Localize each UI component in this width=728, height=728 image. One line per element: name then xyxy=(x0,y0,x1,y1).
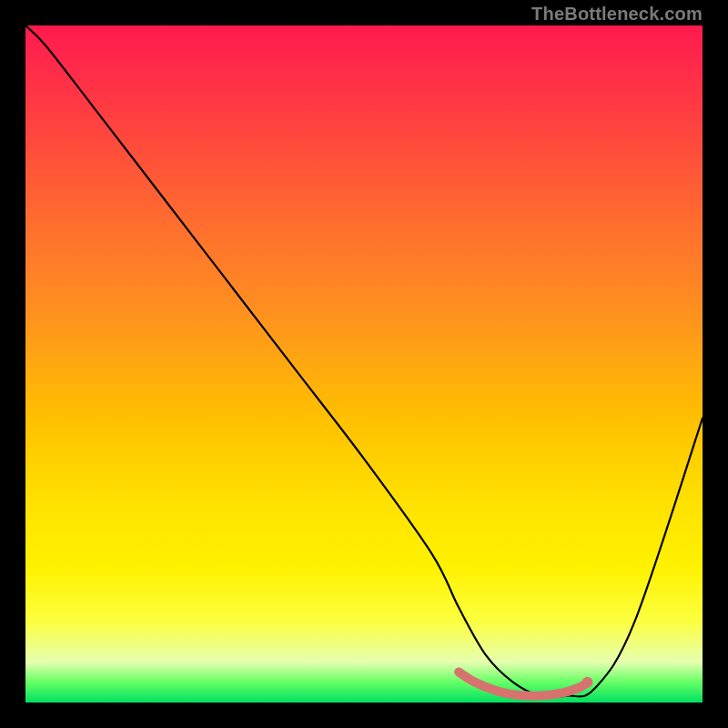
watermark-text: TheBottleneck.com xyxy=(531,4,703,25)
plot-area xyxy=(25,25,703,703)
highlight-end-dot xyxy=(582,677,593,688)
highlight-band xyxy=(459,672,587,696)
chart-frame: TheBottleneck.com xyxy=(0,0,728,728)
bottleneck-curve xyxy=(25,25,703,697)
chart-svg xyxy=(25,25,703,703)
